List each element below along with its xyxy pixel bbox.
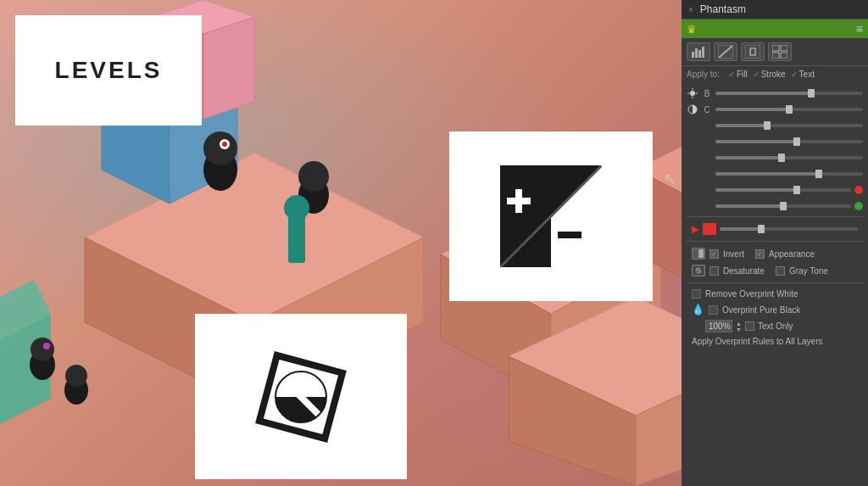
desaturate-icon <box>246 342 356 452</box>
svg-line-51 <box>719 46 732 58</box>
gray-tone-checkbox[interactable] <box>776 266 785 276</box>
slider-row-5 <box>687 152 863 164</box>
remove-overprint-checkbox[interactable] <box>692 289 701 299</box>
remove-overprint-row: Remove Overprint White <box>687 287 863 301</box>
slider-row-4 <box>687 136 863 148</box>
divider-3 <box>687 282 863 283</box>
desaturate-label: Desaturate <box>723 266 765 276</box>
panel-menu-icon[interactable]: ≡ <box>856 22 863 36</box>
contrast-slider-row: C <box>687 103 863 115</box>
c-label: C <box>702 105 712 115</box>
c-slider[interactable] <box>715 108 863 111</box>
svg-rect-56 <box>781 45 787 51</box>
slider-red[interactable] <box>715 188 851 192</box>
panel-green-bar: ♛ ≡ <box>682 20 868 38</box>
apply-text-checkbox[interactable]: ✓ Text <box>791 70 815 79</box>
svg-point-12 <box>222 142 227 147</box>
color-slider[interactable] <box>720 227 858 231</box>
divider-1 <box>687 216 863 217</box>
crown-icon: ♛ <box>687 23 697 36</box>
toolbar-levels-btn[interactable] <box>741 42 765 61</box>
apply-rules-label: Apply Overprint Rules to All Layers <box>692 337 823 346</box>
panel-toolbar <box>682 38 868 66</box>
b-label: B <box>702 89 712 98</box>
color-picker-row: ▶ <box>687 221 863 237</box>
slider-4[interactable] <box>715 140 863 143</box>
droplet-icon: 💧 <box>692 304 704 316</box>
slider-3[interactable] <box>715 124 863 127</box>
svg-point-29 <box>43 343 50 349</box>
sliders-section: B C <box>682 82 868 486</box>
svg-rect-47 <box>692 52 694 58</box>
svg-rect-50 <box>702 47 704 58</box>
svg-marker-8 <box>203 17 254 119</box>
apply-stroke-checkbox[interactable]: ✓ Stroke <box>753 70 786 79</box>
slider-row-red <box>687 184 863 196</box>
svg-point-59 <box>690 91 695 96</box>
percentage-field[interactable]: 100% <box>705 320 732 332</box>
svg-rect-40 <box>507 198 531 204</box>
levels-card: LEVELS <box>15 15 202 126</box>
appearance-checkbox[interactable]: ✓ <box>755 249 765 259</box>
panel-title: Phantasm <box>700 3 746 15</box>
svg-rect-54 <box>750 48 755 55</box>
red-dot[interactable] <box>854 186 863 194</box>
svg-rect-49 <box>698 50 701 58</box>
overprint-black-label: Overprint Pure Black <box>722 305 800 315</box>
apply-to-label: Apply to: <box>687 70 720 79</box>
contrast-icon <box>687 103 698 115</box>
slider-6[interactable] <box>715 172 863 176</box>
levels-title: LEVELS <box>55 57 163 84</box>
desaturate-icon <box>692 265 705 277</box>
color-swatch[interactable] <box>703 223 716 235</box>
brightness-slider-row: B <box>687 87 863 99</box>
b-slider[interactable] <box>715 92 863 95</box>
toolbar-grid-btn[interactable] <box>768 42 792 61</box>
appearance-label: Appearance <box>769 249 815 259</box>
percentage-stepper[interactable]: ▲ ▼ <box>736 321 742 332</box>
svg-rect-55 <box>772 45 779 51</box>
divider-2 <box>687 241 863 242</box>
levels-adjustment-icon <box>500 165 602 267</box>
cursor-icon: ↖ <box>664 170 676 188</box>
apply-rules-row: Apply Overprint Rules to All Layers <box>687 334 863 349</box>
invert-checkbox[interactable]: ✓ <box>709 249 719 259</box>
text-only-label: Text Only <box>758 321 793 331</box>
desaturate-option-row: Desaturate Gray Tone <box>687 262 863 279</box>
phantasm-panel: × Phantasm ♛ ≡ <box>682 0 868 486</box>
panel-close-button[interactable]: × <box>688 5 693 14</box>
slider-row-6 <box>687 168 863 180</box>
svg-point-10 <box>203 131 237 165</box>
green-dot[interactable] <box>854 202 863 210</box>
toolbar-histogram-btn[interactable] <box>687 42 710 61</box>
remove-overprint-label: Remove Overprint White <box>705 289 798 299</box>
text-only-checkbox[interactable] <box>745 321 754 331</box>
svg-point-31 <box>65 365 87 387</box>
svg-rect-57 <box>772 53 779 59</box>
slider-row-3 <box>687 120 863 131</box>
slider-green[interactable] <box>715 204 851 208</box>
desaturate-checkbox[interactable] <box>709 266 719 276</box>
panel-title-bar: × Phantasm <box>682 0 868 20</box>
svg-rect-41 <box>558 232 581 238</box>
svg-rect-58 <box>781 53 787 59</box>
overprint-black-checkbox[interactable] <box>709 305 718 315</box>
svg-point-16 <box>284 195 309 221</box>
slider-5[interactable] <box>715 156 863 159</box>
percentage-row: 100% ▲ ▼ Text Only <box>687 318 863 334</box>
plus-minus-card <box>449 131 653 301</box>
circle-slash-card <box>195 314 407 479</box>
apply-to-row: Apply to: ✓ Fill ✓ Stroke ✓ Text <box>682 66 868 82</box>
invert-icon <box>692 248 705 260</box>
overprint-black-row: 💧 Overprint Pure Black <box>687 301 863 318</box>
apply-fill-checkbox[interactable]: ✓ Fill <box>728 70 748 79</box>
color-arrow-icon[interactable]: ▶ <box>692 223 699 235</box>
svg-point-28 <box>31 338 54 361</box>
toolbar-curves-btn[interactable] <box>714 42 737 61</box>
svg-point-14 <box>298 161 329 192</box>
svg-rect-48 <box>695 48 698 58</box>
invert-label: Invert <box>723 249 744 259</box>
svg-marker-66 <box>698 249 704 258</box>
invert-option-row: ✓ Invert ✓ Appearance <box>687 245 863 262</box>
slider-row-green <box>687 200 863 212</box>
